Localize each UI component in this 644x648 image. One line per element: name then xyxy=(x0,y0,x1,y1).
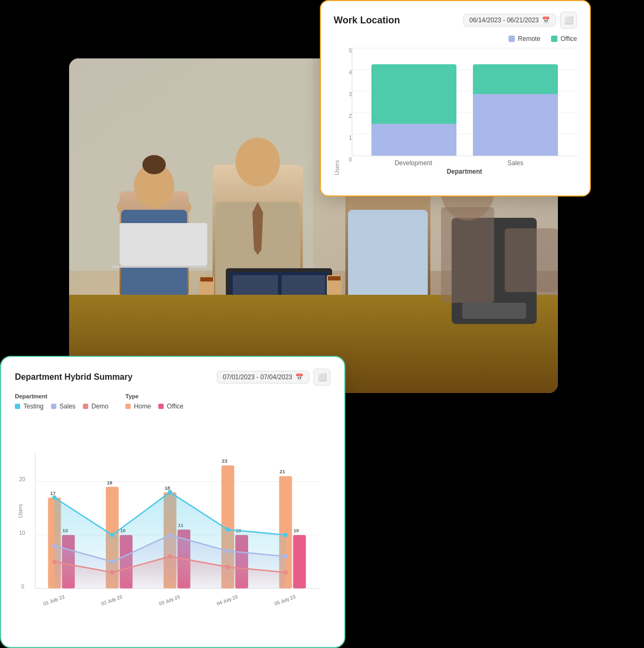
svg-text:20: 20 xyxy=(19,476,26,482)
svg-rect-13 xyxy=(120,223,207,266)
svg-text:18: 18 xyxy=(165,485,170,491)
office-type-label: Office xyxy=(167,403,183,410)
svg-text:10: 10 xyxy=(19,530,26,536)
combo-chart-container: 0 10 20 Users 17 10 xyxy=(15,415,331,628)
demo-dot-4 xyxy=(226,565,230,569)
bar-chart: Users 0 1 2 3 4 5 xyxy=(334,48,577,175)
hybrid-legends: Department Testing Sales Demo Type xyxy=(15,393,331,410)
bar-development-office xyxy=(371,64,456,124)
svg-rect-38 xyxy=(505,228,558,292)
svg-rect-12 xyxy=(112,266,207,268)
testing-dot-2 xyxy=(110,533,114,537)
legend-remote: Remote xyxy=(509,35,540,42)
y-label-3: 3 xyxy=(341,91,352,97)
legend-office: Office xyxy=(551,35,577,42)
bar-sales-office xyxy=(473,64,558,94)
svg-text:21: 21 xyxy=(279,469,285,474)
bars-area xyxy=(352,48,577,156)
x-label-3: 03 July 23 xyxy=(158,594,181,607)
demo-dot-5 xyxy=(283,570,287,575)
remote-label: Remote xyxy=(518,35,540,42)
testing-dot-3 xyxy=(168,490,172,494)
sales-dot-1 xyxy=(52,543,56,548)
office-type-swatch xyxy=(158,404,164,409)
sales-dot-3 xyxy=(168,533,172,537)
bar-sales-remote xyxy=(473,94,558,156)
hybrid-card-header: Department Hybrid Summary 07/01/2023 - 0… xyxy=(15,369,331,386)
bar-development-stack xyxy=(371,64,456,156)
work-location-card: Work Location 06/14/2023 - 06/21/2023 📅 … xyxy=(320,0,591,197)
svg-text:19: 19 xyxy=(107,480,112,485)
demo-dot-3 xyxy=(168,554,172,558)
y-label-0: 0 xyxy=(341,157,352,163)
demo-dot-1 xyxy=(52,559,56,564)
bar-development xyxy=(371,64,456,156)
testing-label: Testing xyxy=(23,403,44,410)
svg-point-15 xyxy=(235,138,280,186)
hybrid-date-btn[interactable]: 07/01/2023 - 07/04/2023 📅 xyxy=(217,371,309,383)
calendar-icon: 📅 xyxy=(542,16,550,24)
work-location-header: Work Location 06/14/2023 - 06/21/2023 📅 … xyxy=(334,12,577,29)
home-label: Home xyxy=(134,403,151,410)
hybrid-card-title: Department Hybrid Summary xyxy=(15,372,132,382)
dept-legend-items: Testing Sales Demo xyxy=(15,403,108,410)
hybrid-export-btn[interactable]: ⬜ xyxy=(313,369,331,386)
x-label-2: 02 July 23 xyxy=(100,594,123,607)
dept-legend-title: Department xyxy=(15,393,108,399)
office-color-swatch xyxy=(551,36,557,42)
work-location-export-btn[interactable]: ⬜ xyxy=(560,12,577,29)
dept-legend-group: Department Testing Sales Demo xyxy=(15,393,108,410)
export-icon: ⬜ xyxy=(564,16,573,24)
testing-swatch xyxy=(15,404,20,409)
dept-hybrid-card: Department Hybrid Summary 07/01/2023 - 0… xyxy=(0,356,345,648)
work-location-date-btn[interactable]: 06/14/2023 - 06/21/2023 📅 xyxy=(463,14,556,27)
demo-label: Demo xyxy=(91,403,108,410)
work-location-date-text: 06/14/2023 - 06/21/2023 xyxy=(469,16,539,24)
testing-dot-5 xyxy=(283,533,287,537)
svg-rect-35 xyxy=(462,303,526,319)
svg-marker-17 xyxy=(252,202,263,255)
testing-dot-1 xyxy=(52,496,56,500)
svg-text:0: 0 xyxy=(21,584,24,590)
remote-color-swatch xyxy=(509,36,515,42)
bar-g5-office xyxy=(293,535,306,589)
svg-rect-28 xyxy=(200,277,213,282)
svg-text:23: 23 xyxy=(222,458,227,464)
chart-area: Development Sales Department xyxy=(352,48,577,175)
sales-dot-4 xyxy=(226,549,230,553)
svg-rect-26 xyxy=(348,210,428,303)
y-label-1: 1 xyxy=(341,135,352,141)
legend-sales: Sales xyxy=(51,403,75,410)
demo-swatch xyxy=(83,404,88,409)
bar-sales-stack xyxy=(473,64,558,156)
type-legend-items: Home Office xyxy=(125,403,183,410)
sales-swatch xyxy=(51,404,56,409)
y-label-2: 2 xyxy=(341,113,352,119)
svg-text:Users: Users xyxy=(18,504,23,518)
type-legend-group: Type Home Office xyxy=(125,393,183,410)
svg-point-10 xyxy=(142,155,166,174)
type-legend-title: Type xyxy=(125,393,183,399)
legend-demo: Demo xyxy=(83,403,108,410)
office-label: Office xyxy=(561,35,577,42)
combo-chart-svg: 0 10 20 Users 17 10 xyxy=(15,415,331,628)
x-labels: Development Sales xyxy=(352,156,577,167)
legend-home: Home xyxy=(125,403,151,410)
legend-testing: Testing xyxy=(15,403,44,410)
x-label-sales: Sales xyxy=(473,159,558,167)
svg-text:10: 10 xyxy=(294,528,299,533)
x-label-5: 05 July 23 xyxy=(274,594,296,607)
testing-dot-4 xyxy=(226,527,230,532)
legend-office-type: Office xyxy=(158,403,183,410)
hybrid-calendar-icon: 📅 xyxy=(295,373,303,381)
svg-rect-37 xyxy=(441,207,494,303)
x-label-4: 04 July 23 xyxy=(216,594,239,607)
demo-dot-2 xyxy=(110,570,114,575)
svg-rect-30 xyxy=(328,276,341,280)
hybrid-date-text: 07/01/2023 - 07/04/2023 xyxy=(223,373,292,381)
svg-text:17: 17 xyxy=(50,491,55,496)
sales-dot-2 xyxy=(110,559,114,564)
bar-sales xyxy=(473,64,558,156)
bar-development-remote xyxy=(371,124,456,156)
home-swatch xyxy=(125,404,131,409)
